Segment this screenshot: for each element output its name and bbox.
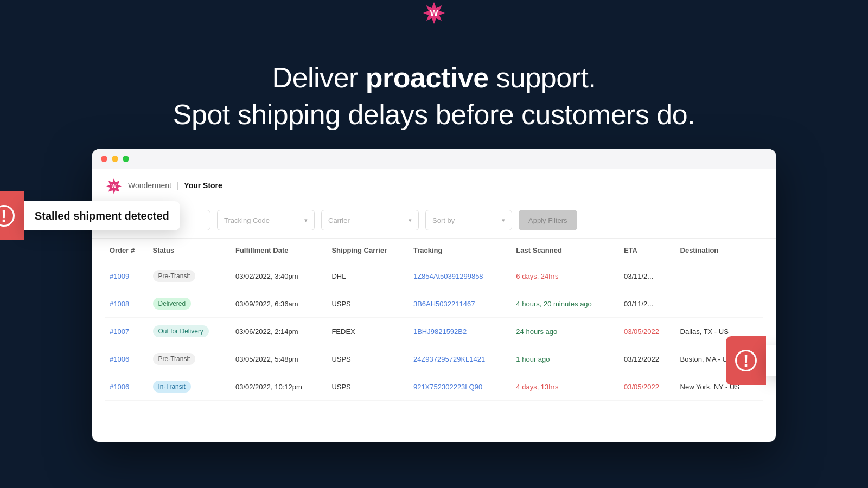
status-badge: Delivered [153, 298, 192, 310]
col-last-scanned: Last Scanned [512, 239, 620, 262]
last-scanned: 4 hours, 20 minutes ago [512, 290, 620, 318]
eta: 03/11/2... [620, 262, 676, 290]
shipping-carrier: USPS [327, 345, 409, 373]
sort-label: Sort by [432, 216, 455, 224]
destination [676, 290, 763, 318]
stalled-title: Stalled shipment detected [35, 209, 169, 223]
col-destination: Destination [676, 239, 763, 262]
carrier-select[interactable]: Carrier ▾ [321, 210, 419, 230]
svg-text:W: W [430, 9, 438, 18]
shipments-table: Order # Status Fulfillment Date Shipping… [105, 239, 763, 401]
stalled-exclaim-icon: ! [0, 205, 15, 227]
order-link[interactable]: #1006 [110, 355, 129, 363]
order-link[interactable]: #1006 [110, 383, 129, 391]
browser-dot-minimize[interactable] [112, 156, 118, 162]
shipping-carrier: USPS [327, 290, 409, 318]
browser-dot-close[interactable] [101, 156, 107, 162]
fulfillment-date: 03/06/2022, 2:14pm [231, 318, 327, 345]
table-row: #1006Pre-Transit03/05/2022, 5:48pmUSPS24… [105, 345, 763, 373]
order-link[interactable]: #1007 [110, 328, 129, 336]
table-header-row: Order # Status Fulfillment Date Shipping… [105, 239, 763, 262]
fulfillment-date: 03/05/2022, 5:48pm [231, 345, 327, 373]
fulfillment-date: 03/02/2022, 3:40pm [231, 262, 327, 290]
tracking-chevron-icon: ▾ [304, 217, 308, 224]
svg-text:W: W [111, 183, 117, 189]
shipments-table-container: Order # Status Fulfillment Date Shipping… [92, 239, 776, 401]
hero-line1: Deliver proactive support. [272, 62, 596, 93]
app-header: W Wonderment | Your Store [92, 169, 776, 202]
col-status: Status [149, 239, 231, 262]
status-badge: Out for Delivery [153, 325, 209, 337]
stalled-text-box: Stalled shipment detected [24, 201, 180, 230]
last-scanned: 6 days, 24hrs [512, 262, 620, 290]
carrier-chevron-icon: ▾ [409, 217, 412, 224]
eta: 03/05/2022 [620, 373, 676, 401]
order-link[interactable]: #1008 [110, 300, 129, 308]
tracking-link[interactable]: 1Z854At50391299858 [413, 272, 483, 280]
eta: 03/12/2022 [620, 345, 676, 373]
hero-line2: Spot shipping delays before customers do… [173, 99, 695, 130]
tracking-link[interactable]: 921X752302223LQ90 [413, 383, 482, 391]
browser-chrome [92, 149, 776, 169]
table-row: #1008Delivered03/09/2022, 6:36amUSPS3B6A… [105, 290, 763, 318]
shipping-carrier: FEDEX [327, 318, 409, 345]
browser-window: W Wonderment | Your Store ! Stalled ship… [92, 149, 776, 442]
tracking-code-select[interactable]: Tracking Code ▾ [217, 210, 315, 230]
brand-separator: | [177, 181, 179, 190]
apply-filters-button[interactable]: Apply Filters [519, 210, 577, 230]
status-badge: Pre-Transit [153, 270, 196, 282]
status-badge: Pre-Transit [153, 353, 196, 365]
col-carrier: Shipping Carrier [327, 239, 409, 262]
fulfillment-date: 03/02/2022, 10:12pm [231, 373, 327, 401]
carrier-label: Carrier [328, 216, 350, 224]
last-scanned: 4 days, 13hrs [512, 373, 620, 401]
order-link[interactable]: #1009 [110, 272, 129, 280]
store-name: Your Store [184, 181, 222, 190]
status-badge: In-Transit [153, 381, 191, 393]
fulfillment-date: 03/09/2022, 6:36am [231, 290, 327, 318]
hero-headline: Deliver proactive support. Spot shipping… [173, 60, 695, 133]
col-order: Order # [105, 239, 149, 262]
filters-bar: ! Stalled shipment detected Tracking Cod… [92, 202, 776, 239]
tracking-code-label: Tracking Code [224, 216, 270, 224]
brand-name: Wonderment [128, 181, 171, 190]
col-eta: ETA [620, 239, 676, 262]
table-row: #1009Pre-Transit03/02/2022, 3:40pmDHL1Z8… [105, 262, 763, 290]
col-fulfillment: Fulfillment Date [231, 239, 327, 262]
col-tracking: Tracking [409, 239, 512, 262]
destination [676, 262, 763, 290]
app-logo-icon: W [420, 0, 448, 28]
last-scanned: 1 hour ago [512, 345, 620, 373]
browser-dot-fullscreen[interactable] [123, 156, 129, 162]
last-scanned: 24 hours ago [512, 318, 620, 345]
tracking-link[interactable]: 3B6AH5032211467 [413, 300, 475, 308]
table-row: #1007Out for Delivery03/06/2022, 2:14pmF… [105, 318, 763, 345]
app-brand: Wonderment | Your Store [128, 181, 222, 190]
arriving-text-box: Arriving late [766, 345, 776, 376]
arriving-exclaim-icon: ! [735, 350, 757, 371]
tracking-link[interactable]: 1BHJ9821592B2 [413, 328, 467, 336]
stalled-icon-box: ! [0, 191, 24, 240]
eta: 03/05/2022 [620, 318, 676, 345]
arriving-icon-box: ! [726, 336, 766, 385]
eta: 03/11/2... [620, 290, 676, 318]
shipping-carrier: DHL [327, 262, 409, 290]
arriving-late-tooltip: ! Arriving late [726, 336, 776, 385]
hero-section: Deliver proactive support. Spot shipping… [162, 38, 706, 149]
shipping-carrier: USPS [327, 373, 409, 401]
sort-select[interactable]: Sort by ▾ [425, 210, 512, 230]
table-row: #1006In-Transit03/02/2022, 10:12pmUSPS92… [105, 373, 763, 401]
tracking-link[interactable]: 24Z937295729KL1421 [413, 355, 485, 363]
stalled-shipment-tooltip: ! Stalled shipment detected [0, 191, 180, 240]
sort-chevron-icon: ▾ [502, 217, 505, 224]
